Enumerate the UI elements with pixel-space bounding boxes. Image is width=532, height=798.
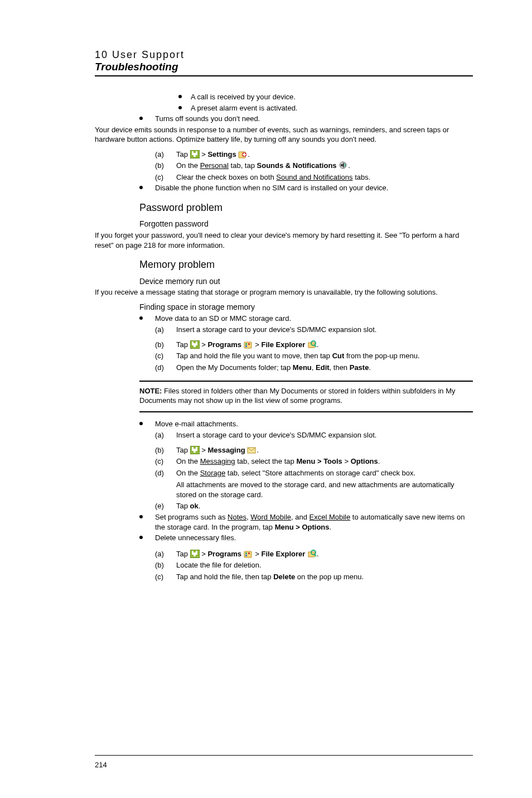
bold-text: Settings <box>207 150 236 158</box>
bullet-icon <box>178 95 182 98</box>
svg-rect-9 <box>248 343 250 345</box>
bullet-icon <box>139 536 143 539</box>
text: On the <box>176 457 200 465</box>
step-label: (c) <box>155 351 176 361</box>
programs-icon <box>244 550 253 558</box>
subheading-forgotten: Forgotten password <box>139 219 473 229</box>
list-text: A preset alarm event is activated. <box>191 103 297 113</box>
text: from the pop-up menu. <box>344 352 419 360</box>
step-row: (c) Tap and hold the file, then tap Dele… <box>155 572 473 582</box>
underline-text: Excel Mobile <box>309 513 351 521</box>
step-label: (a) <box>155 150 176 160</box>
bold-text: Menu > Options <box>275 523 330 531</box>
svg-rect-4 <box>243 154 246 155</box>
text: Tap <box>176 550 190 558</box>
footer-rule <box>95 755 473 756</box>
text: . <box>348 161 350 170</box>
step-text: Tap > Programs > File Explorer . <box>176 549 319 559</box>
step-row: (c) Clear the check boxes on both Sound … <box>155 172 473 182</box>
subheading-device-memory: Device memory run out <box>139 276 473 287</box>
text: . <box>378 457 380 465</box>
text: . <box>330 523 332 531</box>
step-text: On the Personal tab, tap Sounds & Notifi… <box>176 161 350 171</box>
text: On the <box>176 469 200 477</box>
step-label: (e) <box>155 501 176 511</box>
underline-text: Notes <box>228 513 246 521</box>
svg-rect-18 <box>245 552 247 554</box>
bold-text: Menu > Tools <box>296 457 342 465</box>
bold-text: Edit <box>316 363 330 372</box>
header-rule <box>95 75 473 76</box>
text: Clear the check boxes on both <box>176 173 276 181</box>
bold-text: Paste <box>350 363 369 372</box>
messaging-icon <box>247 446 257 454</box>
svg-rect-20 <box>245 555 247 556</box>
step-text: Locate the file for deletion. <box>176 560 262 570</box>
step-row: (c) On the Messaging tab, select the tap… <box>155 456 473 467</box>
underline-text: Personal <box>200 161 229 170</box>
list-text: Disable the phone function when no SIM c… <box>155 183 388 193</box>
step-text: Tap and hold the file you want to move, … <box>176 351 420 361</box>
chapter-title: 10 User Support <box>95 49 473 61</box>
list-text: Delete unnecessary files. <box>155 533 236 543</box>
start-icon <box>190 340 200 349</box>
text: on the pop up menu. <box>295 573 364 581</box>
text: Set programs such as <box>155 513 228 521</box>
list-item: A call is received by your device. <box>178 92 473 102</box>
step-row: (a) Insert a storage card to your device… <box>155 325 473 335</box>
text: , <box>312 363 316 372</box>
step-label: (b) <box>155 560 176 570</box>
page-number: 214 <box>95 761 107 769</box>
svg-rect-8 <box>245 343 247 345</box>
text: > <box>200 340 208 349</box>
step-row: (a) Tap > Programs > File Explorer . <box>155 549 473 559</box>
svg-rect-19 <box>248 552 250 554</box>
file-explorer-icon <box>307 340 317 349</box>
list-text: Move e-mail attachments. <box>155 419 238 429</box>
step-label: (a) <box>155 430 176 440</box>
svg-rect-10 <box>245 345 247 347</box>
step-label: (b) <box>155 161 176 171</box>
step-text: Tap > Settings . <box>176 150 250 160</box>
speaker-icon <box>338 161 348 170</box>
list-text: Set programs such as Notes, Word Mobile,… <box>155 512 473 532</box>
underline-text: Word Mobile <box>250 513 291 521</box>
note-rule-bottom <box>139 411 473 412</box>
step-row: (b) Tap > Programs > File Explorer . <box>155 340 473 350</box>
list-item: Move data to an SD or MMC storage card. <box>139 314 473 324</box>
text: Tap <box>176 150 190 158</box>
file-explorer-icon <box>307 550 317 558</box>
text: > <box>253 340 262 349</box>
text: , and <box>291 513 309 521</box>
bold-text: Programs <box>207 340 241 349</box>
heading-password: Password problem <box>139 201 473 214</box>
bullet-icon <box>139 117 143 120</box>
text: > <box>200 446 208 454</box>
text: On the <box>176 161 200 170</box>
list-text: Turns off sounds you don't need. <box>155 114 260 124</box>
start-icon <box>190 446 200 454</box>
step-text: Tap > Programs > File Explorer . <box>176 340 319 350</box>
step-row: (e) Tap ok. <box>155 501 473 511</box>
bold-text: Programs <box>207 550 241 558</box>
note-box: NOTE: Files stored in folders other than… <box>139 381 473 412</box>
step-text: Open the My Documents folder; tap Menu, … <box>176 363 371 373</box>
text: . <box>257 446 259 454</box>
subheading-finding-space: Finding space in storage memory <box>139 302 473 313</box>
step-label: (c) <box>155 172 176 182</box>
list-item: Disable the phone function when no SIM c… <box>139 183 473 193</box>
list-text: Move data to an SD or MMC storage card. <box>155 314 291 324</box>
bold-text: Messaging <box>207 446 245 454</box>
bold-text: ok <box>190 502 199 510</box>
step-text: Tap and hold the file, then tap Delete o… <box>176 572 364 582</box>
step-label: (a) <box>155 549 176 559</box>
text: > <box>342 457 351 465</box>
step-text: Insert a storage card to your device's S… <box>176 430 376 440</box>
text: tab, select the tap <box>235 457 297 465</box>
text: tab, tap <box>229 161 257 170</box>
step-text: Tap ok. <box>176 501 200 511</box>
paragraph: All attachments are moved to the storage… <box>176 480 473 499</box>
step-label: (d) <box>155 363 176 373</box>
text: tabs. <box>353 173 371 181</box>
text: Tap and hold the file, then tap <box>176 573 273 581</box>
